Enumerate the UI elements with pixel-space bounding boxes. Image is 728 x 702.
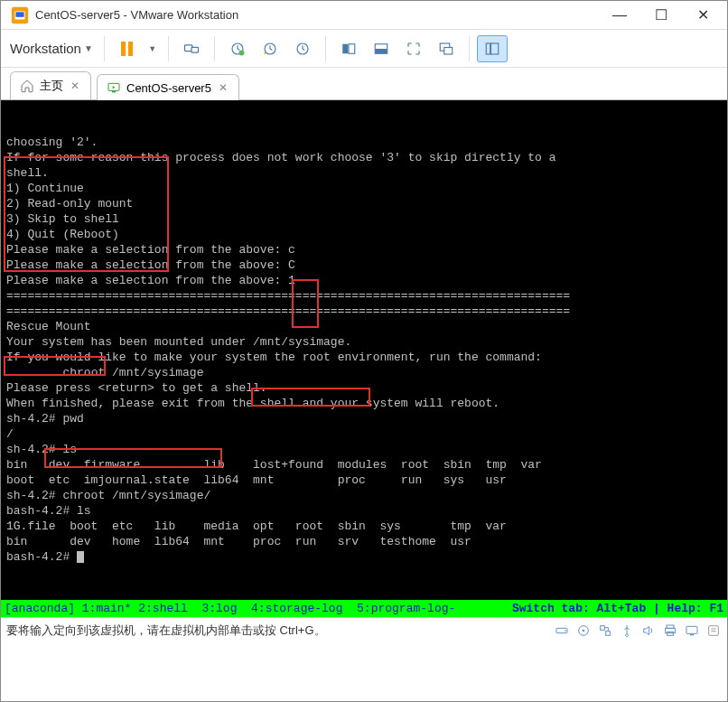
terminal-line: shell. xyxy=(6,165,722,181)
maximize-button[interactable]: ☐ xyxy=(640,2,682,29)
home-icon xyxy=(20,79,34,93)
snapshot-manager-icon xyxy=(294,41,311,57)
svg-rect-15 xyxy=(486,43,490,54)
snapshot-controls xyxy=(222,35,318,62)
svg-rect-12 xyxy=(375,49,387,53)
message-log-icon[interactable] xyxy=(705,622,722,639)
network-adapter-icon[interactable] xyxy=(597,622,613,639)
svg-rect-25 xyxy=(606,631,611,635)
library-icon xyxy=(484,41,500,57)
svg-rect-9 xyxy=(342,43,348,53)
terminal-line: Please make a selection from the above: … xyxy=(6,257,722,273)
window-controls: — ☐ ✕ xyxy=(599,2,723,29)
toolbar-separator xyxy=(325,36,326,61)
power-dropdown[interactable]: ▼ xyxy=(145,35,161,62)
status-line-help: Switch tab: Alt+Tab | Help: F1 xyxy=(512,601,723,616)
terminal-line: chroot /mnt/sysimage xyxy=(6,365,722,380)
fullscreen-icon xyxy=(406,41,422,57)
terminal-line: sh-4.2# chroot /mnt/sysimage/ xyxy=(6,488,722,503)
terminal-line: bin dev home lib64 mnt proc run srv test… xyxy=(6,534,722,549)
close-button[interactable]: ✕ xyxy=(682,2,723,29)
svg-rect-10 xyxy=(349,43,355,53)
workstation-menu-label: Workstation xyxy=(10,41,81,56)
unity-icon xyxy=(438,41,454,57)
terminal-line: ========================================… xyxy=(6,288,722,304)
svg-rect-14 xyxy=(444,47,453,54)
window-titlebar: CentOS-server5 - VMware Workstation — ☐ … xyxy=(1,1,727,30)
snapshot-revert-button[interactable] xyxy=(255,35,285,62)
fit-guest-button[interactable] xyxy=(333,35,364,62)
terminal-line: bash-4.2# xyxy=(6,549,722,565)
unity-button[interactable] xyxy=(431,35,462,62)
hard-disk-icon[interactable] xyxy=(554,622,570,639)
tab-close-button[interactable]: ✕ xyxy=(217,81,229,94)
svg-rect-18 xyxy=(112,91,116,92)
svg-point-6 xyxy=(238,50,244,55)
terminal-line: Please make a selection from the above: … xyxy=(6,273,722,288)
chevron-down-icon: ▼ xyxy=(148,44,156,53)
snapshot-revert-icon xyxy=(262,41,278,57)
statusbar-message: 要将输入定向到该虚拟机，请在虚拟机内部单击或按 Ctrl+G。 xyxy=(6,622,554,639)
terminal-line: When finished, please exit from the shel… xyxy=(6,396,722,411)
snapshot-manager-button[interactable] xyxy=(287,35,318,62)
terminal-line: ========================================… xyxy=(6,304,722,319)
power-controls: ▼ xyxy=(112,35,161,62)
send-ctrl-alt-del-button[interactable] xyxy=(176,35,207,62)
svg-rect-29 xyxy=(686,626,697,633)
terminal-line: 3) Skip to shell xyxy=(6,211,722,227)
tab-vm-label: CentOS-server5 xyxy=(126,81,211,95)
terminal-line: Please make a selection from the above: … xyxy=(6,242,722,257)
library-button[interactable] xyxy=(477,35,508,62)
terminal-line: Please press <return> to get a shell. xyxy=(6,380,722,396)
fullscreen-button[interactable] xyxy=(398,35,429,62)
terminal-line: 1) Continue xyxy=(6,181,722,196)
terminal-line: 4) Quit (Reboot) xyxy=(6,227,722,242)
tab-close-button[interactable]: ✕ xyxy=(69,80,81,92)
tab-home[interactable]: 主页 ✕ xyxy=(10,71,91,99)
terminal-line: sh-4.2# pwd xyxy=(6,411,722,426)
svg-rect-24 xyxy=(601,625,605,630)
snapshot-take-button[interactable] xyxy=(222,35,253,62)
terminal-line: sh-4.2# ls xyxy=(6,442,722,457)
terminal-line: bash-4.2# ls xyxy=(6,503,722,519)
cd-dvd-icon[interactable] xyxy=(575,622,592,639)
svg-rect-30 xyxy=(690,634,694,635)
terminal-line: bin dev firmware lib lost+found modules … xyxy=(6,457,722,473)
terminal-line: boot etc imjournal.state lib64 mnt proc … xyxy=(6,473,722,488)
terminal-cursor xyxy=(77,551,84,563)
terminal-line: 1G.file boot etc lib media opt root sbin… xyxy=(6,519,722,534)
vm-icon xyxy=(107,80,121,95)
svg-point-23 xyxy=(583,629,585,632)
sound-card-icon[interactable] xyxy=(640,622,657,639)
workstation-menu[interactable]: Workstation ▼ xyxy=(6,37,97,60)
chevron-down-icon: ▼ xyxy=(84,43,93,53)
printer-icon[interactable] xyxy=(662,622,678,639)
svg-marker-19 xyxy=(113,86,116,89)
fit-window-button[interactable] xyxy=(366,35,397,62)
terminal-viewport[interactable]: choosing '2'.If for some reason this pro… xyxy=(1,100,727,617)
svg-rect-28 xyxy=(667,632,674,635)
statusbar: 要将输入定向到该虚拟机，请在虚拟机内部单击或按 Ctrl+G。 xyxy=(1,617,727,642)
window-title: CentOS-server5 - VMware Workstation xyxy=(35,8,599,22)
terminal-line: If you would like to make your system th… xyxy=(6,350,722,365)
svg-rect-31 xyxy=(709,625,719,635)
pause-icon xyxy=(121,42,133,56)
terminal-line: choosing '2'. xyxy=(6,135,722,150)
tab-vm[interactable]: CentOS-server5 ✕ xyxy=(97,74,239,100)
usb-icon[interactable] xyxy=(619,622,635,639)
terminal-line: / xyxy=(6,426,722,442)
anaconda-status-line: [anaconda] 1:main* 2:shell 3:log 4:stora… xyxy=(1,600,727,617)
toolbar-separator xyxy=(104,36,105,61)
snapshot-icon xyxy=(229,41,246,57)
minimize-button[interactable]: — xyxy=(599,2,640,29)
svg-rect-26 xyxy=(667,625,674,628)
view-controls xyxy=(333,35,462,62)
display-icon[interactable] xyxy=(684,622,700,639)
terminal-line: Your system has been mounted under /mnt/… xyxy=(6,334,722,350)
fit-window-icon xyxy=(373,41,389,57)
toolbar-separator xyxy=(168,36,169,61)
terminal-line: If for some reason this process does not… xyxy=(6,150,722,165)
terminal-content: choosing '2'.If for some reason this pro… xyxy=(6,135,722,565)
pause-button[interactable] xyxy=(112,35,143,62)
document-tabs: 主页 ✕ CentOS-server5 ✕ xyxy=(1,68,727,100)
